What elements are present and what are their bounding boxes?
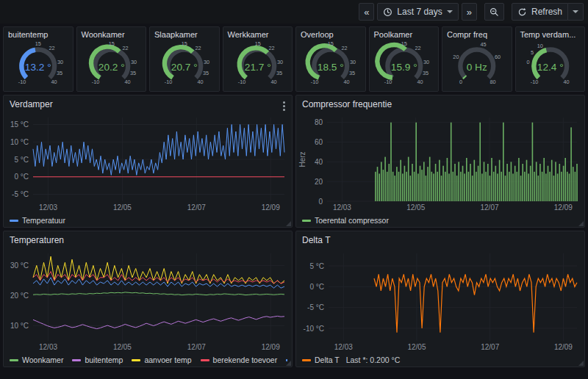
gauge-tick-label: 22 — [415, 45, 420, 51]
legend-item[interactable]: Temperatuur — [10, 216, 65, 225]
gauge-panel: Poolkamer -10152230354015.9 ° — [369, 26, 440, 92]
panel-resize-handle[interactable] — [578, 221, 584, 226]
legend-swatch — [302, 359, 311, 361]
y-tick-label: -5 °C — [12, 190, 29, 198]
x-tick-label: 12/05 — [407, 343, 426, 351]
time-series-chart[interactable]: 12/0312/0512/0712/09020406080Herz — [298, 113, 583, 212]
refresh-button[interactable]: Refresh — [512, 3, 568, 21]
x-tick-label: 12/09 — [262, 203, 280, 212]
gauge-panel: Compr freq 0204560800 Hz — [442, 26, 512, 92]
gauge-tick-label: 35 — [276, 70, 282, 76]
refresh-label: Refresh — [531, 7, 562, 16]
panel-title[interactable]: Slaapkamer — [150, 27, 219, 39]
gauge-tick-label: 35 — [349, 70, 355, 76]
gauge-tick-label: 15 — [254, 40, 260, 47]
x-tick-label: 12/07 — [187, 343, 206, 351]
gauge: -10152230354018.5 ° — [296, 39, 365, 89]
legend-swatch — [10, 359, 18, 361]
legend-item[interactable]: Toerental compressor — [302, 216, 389, 225]
gauge: 0204560800 Hz — [442, 39, 512, 89]
legend-item[interactable]: Delta TLast *: 0.200 °C — [302, 355, 400, 364]
panel-title[interactable]: Compr freq — [442, 27, 512, 39]
gauge-tick-label: 30 — [350, 59, 356, 65]
legend-swatch — [10, 220, 18, 222]
refresh-interval-dropdown[interactable] — [568, 3, 584, 21]
panel-title[interactable]: Poolkamer — [370, 27, 439, 39]
y-tick-label: 10 °C — [10, 138, 29, 146]
gauge-tick-label: -10 — [91, 79, 99, 85]
gauge-panel: Werkkamer -10152230354021.7 ° — [223, 26, 293, 92]
time-series-chart[interactable]: 12/0312/0512/0712/0910 °C20 °C30 °C — [5, 249, 290, 352]
time-range-picker-button[interactable]: Last 7 days — [377, 3, 458, 21]
legend-item[interactable]: berekende toevoer — [201, 355, 278, 364]
gauge-tick-label: 60 — [495, 54, 501, 60]
panel-delta-t: Delta T 12/0312/0512/0712/095 °C0 °C-5 °… — [295, 231, 585, 367]
panel-title[interactable]: Woonkamer — [77, 27, 146, 39]
legend-label: Woonkamer — [22, 355, 63, 364]
x-tick-label: 12/05 — [113, 203, 132, 212]
time-forward-button[interactable]: » — [462, 3, 477, 21]
gauge-tick-label: 45 — [481, 41, 487, 48]
panel-resize-handle[interactable] — [286, 361, 291, 366]
gauge-value: 20.7 ° — [171, 62, 198, 73]
gauge-tick-label: 30 — [204, 59, 209, 65]
gauge-tick-label: 22 — [195, 45, 201, 51]
legend: Toerental compressor — [302, 216, 580, 225]
gauge-tick-label: -10 — [311, 79, 319, 85]
time-series-chart[interactable]: 12/0312/0512/0712/095 °C0 °C-5 °C-10 °C — [298, 249, 583, 352]
panel-title[interactable]: buitentemp — [4, 27, 73, 39]
gauge-tick-label: 40 — [343, 79, 349, 85]
y-tick-label: 20 — [315, 178, 323, 186]
refresh-button-group: Refresh — [512, 3, 584, 21]
x-tick-label: 12/07 — [481, 343, 499, 351]
gauge-tick-label: -10 — [18, 79, 26, 85]
legend-swatch — [201, 359, 209, 361]
gauge-tick-label: 30 — [276, 59, 282, 65]
x-tick-label: 12/07 — [480, 203, 498, 212]
panel-title[interactable]: Overloop — [296, 27, 365, 39]
gauge-tick-label: 22 — [341, 45, 347, 51]
panel-title[interactable]: Verdamper — [4, 95, 292, 109]
y-tick-label: 0 — [318, 198, 323, 206]
gauge-value: 0 Hz — [467, 62, 487, 73]
gauge-tick-label: 0 — [526, 59, 529, 65]
gauge-tick-label: 30 — [423, 59, 429, 65]
legend-item[interactable]: aanvoer temp — [132, 355, 191, 364]
panel-title[interactable]: Delta T — [296, 231, 584, 245]
gauge-panel: Overloop -10152230354018.5 ° — [295, 26, 366, 92]
gauge-tick-label: 40 — [417, 79, 423, 85]
legend: Woonkamerbuitentempaanvoer tempberekende… — [10, 355, 287, 364]
gauge-value-arc — [464, 76, 465, 78]
gauge-tick-label: 40 — [197, 79, 203, 85]
y-tick-label: 15 °C — [10, 120, 29, 129]
gauge-tick-label: 35 — [203, 70, 209, 76]
panel-title[interactable]: Compressor frequentie — [296, 95, 584, 109]
y-tick-label: 60 — [315, 138, 323, 146]
legend-item[interactable]: buitentemp — [72, 355, 123, 364]
y-tick-label: 5 °C — [14, 156, 29, 164]
time-back-button[interactable]: « — [359, 3, 374, 21]
gauge-tick-label: 35 — [129, 70, 135, 76]
panel-resize-handle[interactable] — [286, 221, 291, 226]
panel-resize-handle[interactable] — [578, 361, 584, 366]
panel-title[interactable]: Temperaturen — [4, 231, 292, 245]
series-line — [33, 125, 284, 176]
panel-menu-button[interactable] — [283, 101, 285, 111]
zoom-out-button[interactable] — [484, 3, 504, 21]
panel-title[interactable]: Temp verdam... — [516, 27, 585, 39]
chevron-down-icon — [447, 10, 453, 13]
x-tick-label: 12/05 — [406, 203, 425, 212]
y-tick-label: 5 °C — [309, 262, 324, 270]
chevrons-left-icon: « — [364, 7, 369, 17]
gauge-tick-label: 15 — [108, 40, 114, 47]
time-series-chart[interactable]: 12/0312/0512/0712/09-5 °C0 °C5 °C10 °C15… — [5, 113, 290, 212]
gauge-value: 13.2 ° — [25, 62, 51, 73]
clock-icon — [383, 7, 392, 17]
series-line — [33, 292, 284, 295]
legend-value: Last *: 0.200 °C — [346, 355, 401, 364]
panel-title[interactable]: Werkkamer — [223, 27, 293, 39]
legend-item[interactable]: Woonkamer — [10, 355, 63, 364]
x-tick-label: 12/03 — [39, 343, 57, 351]
gauge-tick-label: 15 — [35, 40, 41, 47]
gauge: -1005104012.4 ° — [516, 39, 585, 89]
